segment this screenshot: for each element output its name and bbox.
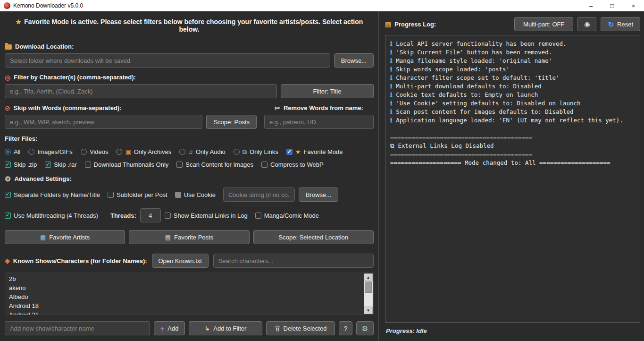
list-scrollbar[interactable]: ▲ ▼ [364,273,373,314]
add-to-filter-button[interactable]: ↳ Add to Filter [189,321,262,335]
browse-cookie-button[interactable]: Browse... [299,188,338,202]
favorite-posts-button[interactable]: ▤ Favorite Posts [129,230,249,244]
checkbox-control[interactable] [5,162,11,168]
eye-icon: ◉ [584,21,590,27]
radio-images-gifs[interactable]: Images/GIFs [28,148,72,155]
scope-location-button[interactable]: Scope: Selected Location [253,230,374,244]
radio-only-audio[interactable]: ♫Only Audio [179,148,226,155]
option-label: Show External Links in Log [174,212,248,219]
scroll-thumb[interactable] [365,281,372,293]
checkbox-control[interactable] [165,213,171,219]
radio-control[interactable] [81,149,87,155]
threads-input[interactable] [140,208,161,222]
checkbox-control[interactable] [286,149,293,155]
info-icon: ℹ [390,100,393,107]
radio-only-archives[interactable]: ▣Only Archives [116,148,171,155]
info-icon: ℹ [390,57,393,64]
checkbox-download-thumbnails-only[interactable]: Download Thumbnails Only [85,161,169,168]
open-known-txt-button[interactable]: Open Known.txt [152,254,209,268]
log-line: ℹ 'Use Cookie' setting defaults to: Disa… [390,99,635,108]
checkbox-show-external-links[interactable]: Show External Links in Log [165,212,248,219]
threads-label: Threads: [110,212,136,219]
checkbox-scan-content-for-images[interactable]: Scan Content for Images [176,161,253,168]
log-line: ℹ Scan post content for images defaults … [390,108,635,116]
log-line: ======================================== [390,150,635,159]
list-item[interactable]: Android 21 [9,310,373,315]
checkbox-separate-folders[interactable]: Separate Folders by Name/Title [5,191,100,198]
checkbox-control[interactable] [175,192,181,198]
checkbox-control[interactable] [108,192,114,198]
settings-button[interactable]: ⚙ [356,321,374,335]
skip-scope-button[interactable]: Scope: Posts [206,115,257,129]
remove-words-label: ✂ Remove Words from name: [264,104,374,111]
close-button[interactable]: × [623,0,644,11]
character-filter-label: ◎ Filter by Character(s) (comma-separate… [5,74,374,81]
radio-all[interactable]: All [5,148,20,155]
radio-control[interactable] [234,149,240,155]
radio-control[interactable] [179,149,185,155]
checkbox-control[interactable] [5,213,11,219]
character-list-items: 2bakenoAlbedoAndroid 18Android 21 [5,273,373,315]
browse-download-button[interactable]: Browse... [334,53,374,68]
cookie-string-input[interactable] [223,188,295,202]
checkbox-favorite-mode[interactable]: ★Favorite Mode [286,148,343,155]
checkbox-manga-comic-mode[interactable]: Manga/Comic Mode [255,212,319,219]
radio-only-links[interactable]: ⧉Only Links [234,148,278,155]
checkbox-control[interactable] [176,162,183,168]
checkbox-control[interactable] [255,213,261,219]
option-label: Compress to WebP [270,161,323,168]
log-line: ⧉ External Links Log Disabled [390,142,635,150]
info-icon: ℹ [390,117,393,124]
option-icon: ♫ [188,149,193,155]
delete-selected-button[interactable]: Delete Selected [266,321,335,335]
checkbox-skip-zip[interactable]: Skip .zip [5,161,37,168]
radio-control[interactable] [116,149,122,155]
log-line: ℹ Local API server functionality has bee… [390,40,635,48]
filter-scope-button[interactable]: Filter: Title [281,84,374,98]
multipart-toggle-button[interactable]: Multi-part: OFF [514,17,573,31]
info-icon: ℹ [390,49,393,56]
remove-words-input[interactable] [264,115,374,129]
list-item[interactable]: Albedo [9,292,373,301]
checkbox-control[interactable] [261,162,268,168]
option-label: Subfolder per Post [117,191,167,198]
checkbox-control[interactable] [85,162,91,168]
list-item[interactable]: Android 18 [9,301,373,310]
radio-control[interactable] [5,149,11,155]
checkbox-skip-rar[interactable]: Skip .rar [45,161,76,168]
maximize-button[interactable]: □ [602,0,623,11]
checkbox-use-multithreading[interactable]: Use Multithreading (4 Threads) [5,212,98,219]
checkbox-control[interactable] [5,192,11,198]
log-line: ℹ Application language loaded: 'EN' (UI … [390,116,635,125]
option-label: Images/GIFs [37,148,72,155]
checkbox-subfolder-per-post[interactable]: Subfolder per Post [108,191,167,198]
search-characters-input[interactable] [213,254,374,268]
visibility-button[interactable]: ◉ [577,17,596,31]
favorite-artists-button[interactable]: ▦ Favorite Artists [5,230,125,244]
add-character-input[interactable] [5,321,150,335]
radio-videos[interactable]: Videos [81,148,109,155]
scroll-down-button[interactable]: ▼ [364,307,373,314]
checkbox-control[interactable] [45,162,51,168]
reset-button[interactable]: ↻ Reset [601,17,640,31]
list-item[interactable]: akeno [9,283,373,292]
log-line: ======================================== [390,133,635,142]
progress-log[interactable]: ℹ Local API server functionality has bee… [385,35,640,323]
download-location-input[interactable] [5,53,330,68]
help-button[interactable]: ? [339,321,352,335]
option-label: Download Thumbnails Only [94,161,169,168]
option-label: Separate Folders by Name/Title [14,191,100,198]
character-filter-input[interactable] [5,84,277,98]
skip-words-input[interactable] [5,115,202,129]
info-icon: ℹ [390,66,393,73]
radio-control[interactable] [28,149,34,155]
picture-icon: ▦ [40,234,46,240]
character-list[interactable]: 2bakenoAlbedoAndroid 18Android 21 ▲ ▼ [5,273,374,315]
checkbox-compress-to-webp[interactable]: Compress to WebP [261,161,323,168]
option-label: Only Audio [196,148,226,155]
checkbox-use-cookie[interactable]: Use Cookie [175,191,216,198]
minimize-button[interactable]: – [580,0,602,11]
scroll-up-button[interactable]: ▲ [364,273,373,281]
add-button[interactable]: + Add [154,321,185,335]
list-item[interactable]: 2b [9,274,373,283]
